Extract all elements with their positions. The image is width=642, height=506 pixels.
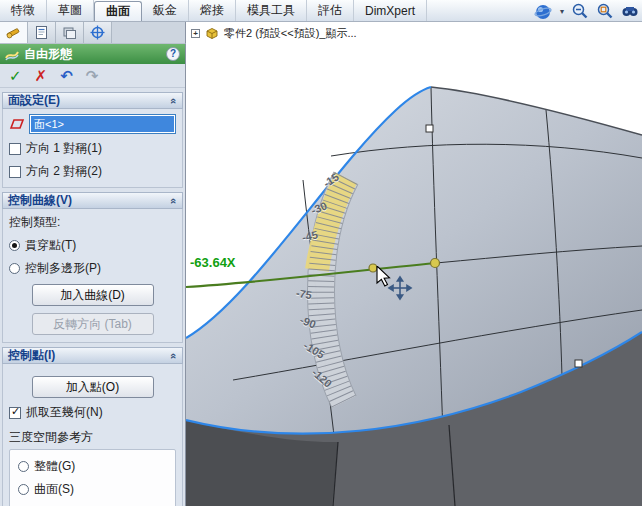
- tab-label: 鈑金: [153, 2, 177, 19]
- undo-button[interactable]: ↶: [60, 68, 73, 83]
- tab-sheet-metal[interactable]: 鈑金: [142, 0, 189, 21]
- section-header-face[interactable]: 面設定(E) «: [2, 92, 183, 109]
- collapse-chevron-icon[interactable]: «: [168, 97, 180, 103]
- add-curve-button[interactable]: 加入曲線(D): [32, 284, 154, 306]
- tab-label: 模具工具: [247, 2, 295, 19]
- reverse-direction-button[interactable]: 反轉方向 (Tab): [32, 313, 154, 335]
- radio-label: 貫穿點(T): [25, 237, 76, 254]
- triad-orientation-group: 整體(G) 曲面(S) 曲線(C): [9, 449, 176, 506]
- triad-orientation-label: 三度空間參考方: [9, 429, 176, 446]
- tab-mold-tools[interactable]: 模具工具: [236, 0, 307, 21]
- zoom-to-area-icon[interactable]: [596, 2, 614, 20]
- panel-actions: ✓ ✗ ↶ ↷: [0, 64, 185, 88]
- view-toolbar: ▾: [534, 0, 639, 22]
- view-orientation-icon[interactable]: [534, 2, 552, 20]
- document-icon: [34, 25, 49, 40]
- radio-label: 整體(G): [34, 458, 75, 475]
- manager-tab-strip: [0, 22, 186, 44]
- panel-title: 自由形態: [24, 46, 161, 63]
- surface-handle[interactable]: [575, 360, 582, 367]
- control-points-section: 控制點(I) « 加入點(O) ✓ 抓取至幾何(N) 三度空間參考方 整體(G)…: [2, 347, 183, 506]
- through-points-radio[interactable]: 貫穿點(T): [9, 237, 176, 254]
- radio-dot[interactable]: [9, 240, 20, 251]
- checkbox-box[interactable]: ✓: [9, 407, 21, 419]
- direction2-symmetry-checkbox[interactable]: 方向 2 對稱(2): [9, 163, 176, 180]
- tab-dimxpert[interactable]: DimXpert: [354, 0, 427, 21]
- tab-featuremanager[interactable]: [28, 22, 56, 43]
- checkbox-label: 方向 1 對稱(1): [26, 140, 102, 157]
- dropdown-arrow-icon[interactable]: ▾: [560, 7, 564, 16]
- redo-button[interactable]: ↷: [86, 68, 99, 83]
- global-radio[interactable]: 整體(G): [18, 458, 167, 475]
- tab-sketch[interactable]: 草圖: [47, 0, 94, 21]
- face-select-icon: [9, 117, 25, 131]
- binoculars-icon[interactable]: [621, 3, 639, 19]
- checkbox-box[interactable]: [9, 166, 21, 178]
- control-point-active[interactable]: [431, 259, 440, 268]
- tab-label: 熔接: [200, 2, 224, 19]
- check-mark: ✓: [11, 405, 20, 418]
- checkbox-label: 方向 2 對稱(2): [26, 163, 102, 180]
- ruler-label: -75: [295, 287, 313, 302]
- radio-dot[interactable]: [9, 263, 20, 274]
- add-point-button[interactable]: 加入點(O): [32, 376, 154, 398]
- control-curves-section: 控制曲線(V) « 控制類型: 貫穿點(T) 控制多邊形(P) 加入曲線(D) …: [2, 192, 183, 343]
- selected-face-item[interactable]: 面<1>: [31, 116, 174, 132]
- direction1-symmetry-checkbox[interactable]: 方向 1 對稱(1): [9, 140, 176, 157]
- menu-bar: 特徵 草圖 曲面 鈑金 熔接 模具工具 評估 DimXpert ▾: [0, 0, 642, 22]
- tab-propertymanager[interactable]: [0, 22, 28, 43]
- tab-features[interactable]: 特徵: [0, 0, 47, 21]
- radio-label: 控制多邊形(P): [25, 260, 101, 277]
- property-manager-panel: 自由形態 ? ✓ ✗ ↶ ↷ 面設定(E) « 面<1> 方向 1 對稱(1): [0, 44, 186, 506]
- help-button[interactable]: ?: [166, 47, 180, 61]
- cancel-button[interactable]: ✗: [35, 68, 48, 83]
- snap-to-geometry-checkbox[interactable]: ✓ 抓取至幾何(N): [9, 404, 176, 421]
- tab-configurationmanager[interactable]: [56, 22, 84, 43]
- part-icon: [205, 27, 219, 40]
- drag-value-label: -63.64X: [190, 255, 236, 270]
- mouse-cursor: [375, 266, 415, 302]
- tab-label: DimXpert: [365, 4, 415, 18]
- tab-evaluate[interactable]: 評估: [307, 0, 354, 21]
- tab-label: 曲面: [106, 3, 130, 20]
- tab-label: 特徵: [11, 2, 35, 19]
- section-title: 控制曲線(V): [8, 192, 72, 209]
- control-polygon-radio[interactable]: 控制多邊形(P): [9, 260, 176, 277]
- section-header-curves[interactable]: 控制曲線(V) «: [2, 192, 183, 209]
- surface-radio[interactable]: 曲面(S): [18, 481, 167, 498]
- collapse-chevron-icon[interactable]: «: [168, 197, 180, 203]
- feature-tree-header[interactable]: + 零件2 (預設<<預設)_顯示...: [186, 22, 642, 44]
- ok-button[interactable]: ✓: [9, 68, 22, 83]
- section-title: 控制點(I): [8, 347, 55, 364]
- target-icon: [90, 25, 105, 40]
- freeform-icon: [5, 48, 19, 61]
- checkbox-label: 抓取至幾何(N): [26, 404, 103, 421]
- collapse-chevron-icon[interactable]: «: [168, 352, 180, 358]
- tab-surfaces[interactable]: 曲面: [94, 1, 142, 21]
- zoom-out-icon[interactable]: [571, 2, 589, 20]
- stack-icon: [62, 25, 77, 40]
- wrench-icon: [6, 25, 21, 40]
- radio-label: 曲面(S): [34, 481, 74, 498]
- document-title: 零件2 (預設<<預設)_顯示...: [224, 26, 357, 41]
- move-icon: [389, 277, 411, 299]
- tab-label: 評估: [318, 2, 342, 19]
- face-selection-list[interactable]: 面<1>: [29, 114, 176, 134]
- tree-expand-icon[interactable]: +: [191, 29, 200, 38]
- manager-tab-row: + 零件2 (預設<<預設)_顯示...: [0, 22, 642, 44]
- radio-dot[interactable]: [18, 484, 29, 495]
- tab-dimxpertmanager[interactable]: [84, 22, 112, 43]
- checkbox-box[interactable]: [9, 143, 21, 155]
- panel-header: 自由形態 ?: [0, 44, 185, 64]
- tab-weldments[interactable]: 熔接: [189, 0, 236, 21]
- face-settings-section: 面設定(E) « 面<1> 方向 1 對稱(1) 方向 2 對稱(2): [2, 92, 183, 188]
- radio-dot[interactable]: [18, 461, 29, 472]
- control-type-label: 控制類型:: [9, 214, 176, 231]
- section-header-points[interactable]: 控制點(I) «: [2, 347, 183, 364]
- section-title: 面設定(E): [8, 92, 60, 109]
- graphics-area[interactable]: -15 -30 -45 -75 -90 -105 -120 -63.64X: [186, 44, 642, 506]
- surface-handle[interactable]: [426, 125, 433, 132]
- tab-label: 草圖: [58, 2, 82, 19]
